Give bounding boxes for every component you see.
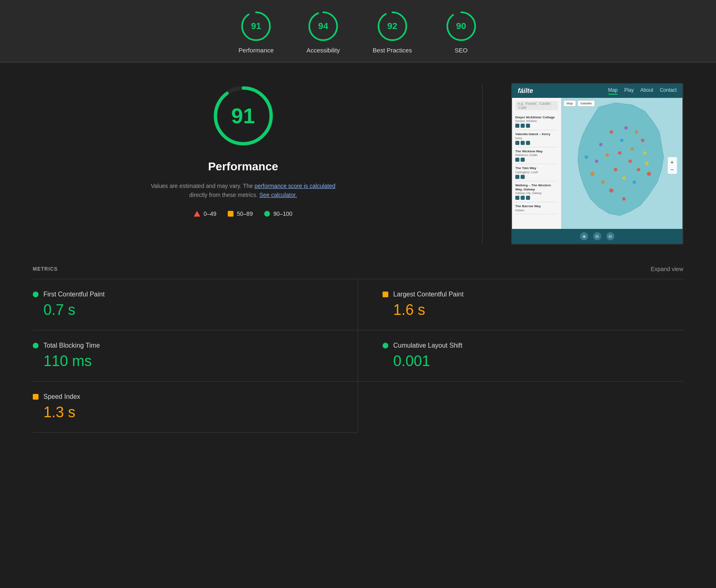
desc-part1: Values are estimated and may vary. The <box>151 183 253 189</box>
expand-view-button[interactable]: Expand view <box>651 266 683 272</box>
lcp-value: 1.6 s <box>383 301 683 319</box>
website-screenshot: fáilte Map Play About Contact e.g. 'Fore… <box>511 83 683 244</box>
screenshot-list-item: Dwyer McAllister Cottage Donard, Wicklow <box>515 113 558 130</box>
score-value-best-practices: 92 <box>387 21 397 32</box>
cls-value: 0.001 <box>383 353 683 370</box>
screenshot-list-item: The Barrow Way Kildare <box>515 202 558 214</box>
metric-fcp: First Contentful Paint 0.7 s <box>33 279 358 330</box>
screenshot-footer: ⊕ in in <box>512 229 682 244</box>
svg-point-24 <box>633 181 636 184</box>
screenshot-map: Map Satellite <box>561 98 682 229</box>
svg-text:−: − <box>670 166 673 173</box>
nav-play: Play <box>624 87 634 95</box>
legend-fail: 0–49 <box>194 210 216 217</box>
calculator-link[interactable]: See calculator. <box>259 192 297 198</box>
main-score-value: 91 <box>231 104 255 128</box>
screenshot-header: fáilte Map Play About Contact <box>512 84 682 98</box>
tbt-indicator <box>33 343 39 348</box>
svg-point-23 <box>637 168 640 171</box>
svg-point-19 <box>624 126 628 129</box>
legend-good-range: 90–100 <box>273 210 292 217</box>
legend-fail-range: 0–49 <box>204 210 216 217</box>
main-score-circle: 91 <box>211 83 276 149</box>
lcp-name: Largest Contentful Paint <box>393 291 464 298</box>
svg-point-11 <box>590 172 594 176</box>
svg-point-14 <box>622 176 625 180</box>
performance-title: Performance <box>208 160 278 173</box>
si-name: Speed Index <box>43 393 80 400</box>
cls-name: Cumulative Layout Shift <box>393 342 462 349</box>
score-label-performance: Performance <box>238 47 274 54</box>
score-legend: 0–49 50–89 90–100 <box>194 210 292 217</box>
score-label-best-practices: Best Practices <box>373 47 412 54</box>
svg-point-13 <box>614 168 617 171</box>
tbt-name: Total Blocking Time <box>43 342 100 349</box>
lcp-indicator <box>383 292 388 297</box>
metric-lcp-header: Largest Contentful Paint <box>383 291 683 298</box>
desc-part2: directly from these metrics. <box>189 192 258 198</box>
screenshot-list-item: Walking – The Western Way, Galway Galway… <box>515 181 558 203</box>
svg-point-21 <box>641 139 644 142</box>
triangle-icon <box>194 211 200 217</box>
main-content: 91 Performance Values are estimated and … <box>0 63 716 261</box>
legend-average-range: 50–89 <box>237 210 253 217</box>
si-indicator <box>33 394 39 400</box>
legend-average: 50–89 <box>228 210 253 217</box>
svg-point-31 <box>585 156 588 159</box>
scores-bar: 91 Performance 94 Accessibility 92 Best … <box>0 0 716 62</box>
performance-description: Values are estimated and may vary. The p… <box>149 181 338 200</box>
svg-point-18 <box>610 130 613 133</box>
screenshot-sidebar: e.g. 'Forest', 'Castle', 'Café' Dwyer Mc… <box>512 98 561 229</box>
nav-about: About <box>640 87 653 95</box>
fcp-name: First Contentful Paint <box>43 291 104 298</box>
metric-lcp: Largest Contentful Paint 1.6 s <box>358 279 683 330</box>
score-circle-accessibility: 94 <box>307 10 340 43</box>
fcp-value: 0.7 s <box>33 301 333 319</box>
svg-point-12 <box>595 160 598 163</box>
metrics-title: METRICS <box>33 266 58 272</box>
svg-point-28 <box>618 151 621 154</box>
score-label-seo: SEO <box>455 47 468 54</box>
svg-point-25 <box>622 197 625 201</box>
score-item-seo: 90 SEO <box>445 10 478 54</box>
metric-si: Speed Index 1.3 s <box>33 382 358 433</box>
svg-point-26 <box>605 154 609 157</box>
score-label-accessibility: Accessibility <box>306 47 340 54</box>
metric-si-header: Speed Index <box>33 393 333 400</box>
metrics-section: METRICS Expand view First Contentful Pai… <box>0 261 716 449</box>
screenshot-panel: fáilte Map Play About Contact e.g. 'Fore… <box>511 83 683 244</box>
svg-point-27 <box>599 143 603 146</box>
circle-icon <box>264 211 270 217</box>
cls-indicator <box>383 343 388 348</box>
svg-point-32 <box>601 181 605 184</box>
svg-point-22 <box>643 151 646 154</box>
score-value-accessibility: 94 <box>318 21 328 32</box>
svg-point-20 <box>635 130 638 133</box>
legend-good: 90–100 <box>264 210 292 217</box>
svg-point-10 <box>609 188 613 192</box>
score-circle-seo: 90 <box>445 10 478 43</box>
metric-tbt: Total Blocking Time 110 ms <box>33 330 358 382</box>
metrics-grid: First Contentful Paint 0.7 s Largest Con… <box>33 279 683 433</box>
metric-tbt-header: Total Blocking Time <box>33 342 333 349</box>
score-value-seo: 90 <box>456 21 466 32</box>
score-item-performance: 91 Performance <box>238 10 274 54</box>
linkedin-icon: in <box>593 232 601 240</box>
screenshot-search-box: e.g. 'Forest', 'Castle', 'Café' <box>515 101 558 110</box>
svg-point-17 <box>620 139 623 142</box>
left-panel: 91 Performance Values are estimated and … <box>33 83 453 217</box>
score-circle-performance: 91 <box>240 10 272 43</box>
svg-point-30 <box>647 172 651 176</box>
site-logo: fáilte <box>518 87 533 95</box>
tbt-value: 110 ms <box>33 353 333 370</box>
svg-point-16 <box>630 147 634 150</box>
perf-score-link[interactable]: performance score is calculated <box>254 183 335 189</box>
metric-cls-header: Cumulative Layout Shift <box>383 342 683 349</box>
metric-cls: Cumulative Layout Shift 0.001 <box>358 330 683 382</box>
score-circle-best-practices: 92 <box>376 10 409 43</box>
metric-fcp-header: First Contentful Paint <box>33 291 333 298</box>
svg-point-29 <box>645 162 648 165</box>
score-item-best-practices: 92 Best Practices <box>373 10 412 54</box>
nav-contact: Contact <box>660 87 677 95</box>
metrics-header: METRICS Expand view <box>33 261 683 277</box>
